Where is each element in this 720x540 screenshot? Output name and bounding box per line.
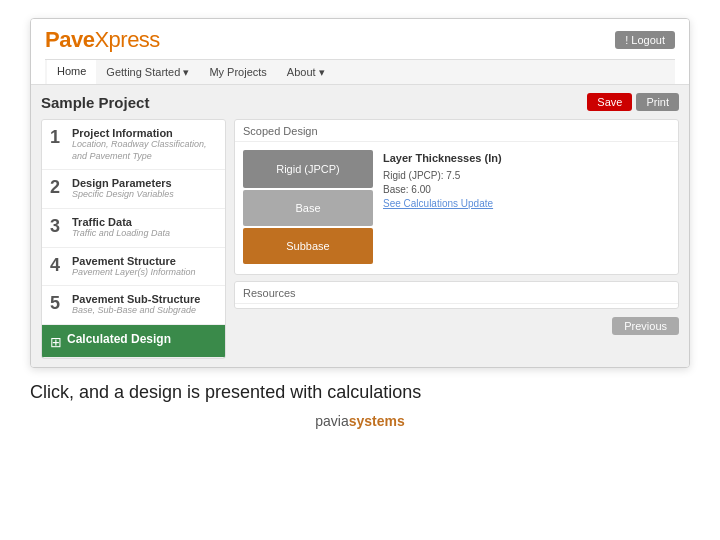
item-text-6: Calculated Design <box>67 332 217 346</box>
thickness-row-1: Rigid (JPCP): 7.5 <box>383 170 670 181</box>
item-text-4: Pavement Structure Pavement Layer(s) Inf… <box>72 255 217 279</box>
item-sub-1: Location, Roadway Classification, and Pa… <box>72 139 217 162</box>
project-bar: Sample Project Save Print <box>41 93 679 111</box>
app-nav: Home Getting Started ▾ My Projects About… <box>45 59 675 84</box>
print-button[interactable]: Print <box>636 93 679 111</box>
layer-subbase-label: Subbase <box>286 240 329 252</box>
item-title-5: Pavement Sub-Structure <box>72 293 217 305</box>
step-num-3: 3 <box>50 217 72 235</box>
step-num-2: 2 <box>50 178 72 196</box>
sidebar: 1 Project Information Location, Roadway … <box>41 119 226 359</box>
item-sub-5: Base, Sub-Base and Subgrade <box>72 305 217 317</box>
caption-text: Click, and a design is presented with ca… <box>30 382 690 403</box>
nav-home[interactable]: Home <box>47 60 96 84</box>
logo-pave: Pave <box>45 27 94 52</box>
project-title: Sample Project <box>41 94 149 111</box>
nav-getting-started[interactable]: Getting Started ▾ <box>96 61 199 84</box>
layer-rigid: Rigid (JPCP) <box>243 150 373 188</box>
step-num-4: 4 <box>50 256 72 274</box>
item-title-4: Pavement Structure <box>72 255 217 267</box>
resources-label: Resources <box>235 282 678 304</box>
resources-box: Resources <box>234 281 679 309</box>
pavement-diagram: Rigid (JPCP) Base Subbase <box>243 150 373 266</box>
save-button[interactable]: Save <box>587 93 632 111</box>
login-button[interactable]: ! Logout <box>615 31 675 49</box>
item-text-1: Project Information Location, Roadway Cl… <box>72 127 217 162</box>
sidebar-item-project-info[interactable]: 1 Project Information Location, Roadway … <box>42 120 225 170</box>
thickness-title: Layer Thicknesses (In) <box>383 152 670 164</box>
sidebar-item-pavement-structure[interactable]: 4 Pavement Structure Pavement Layer(s) I… <box>42 248 225 287</box>
footer-pavia: pavia <box>315 413 348 429</box>
step-num-1: 1 <box>50 128 72 146</box>
item-title-6: Calculated Design <box>67 332 217 346</box>
sidebar-item-calculated-design[interactable]: ⊞ Calculated Design <box>42 325 225 358</box>
layer-base-label: Base <box>295 202 320 214</box>
sidebar-item-design-params[interactable]: 2 Design Parameters Specific Design Vari… <box>42 170 225 209</box>
app-body: Sample Project Save Print 1 Project Info… <box>31 85 689 367</box>
right-panel: Scoped Design Rigid (JPCP) Base <box>234 119 679 359</box>
app-header: PaveXpress ! Logout Home Getting Started… <box>31 19 689 85</box>
item-sub-2: Specific Design Variables <box>72 189 217 201</box>
layer-rigid-label: Rigid (JPCP) <box>276 163 340 175</box>
app-logo: PaveXpress <box>45 27 160 53</box>
previous-button[interactable]: Previous <box>612 317 679 335</box>
sidebar-item-traffic-data[interactable]: 3 Traffic Data Traffic and Loading Data <box>42 209 225 248</box>
sidebar-item-sub-structure[interactable]: 5 Pavement Sub-Structure Base, Sub-Base … <box>42 286 225 325</box>
app-content: 1 Project Information Location, Roadway … <box>41 119 679 359</box>
scoped-design-box: Scoped Design Rigid (JPCP) Base <box>234 119 679 275</box>
layer-info: Layer Thicknesses (In) Rigid (JPCP): 7.5… <box>383 150 670 266</box>
layer-subbase: Subbase <box>243 228 373 264</box>
scoped-design-content: Rigid (JPCP) Base Subbase <box>235 142 678 274</box>
item-text-2: Design Parameters Specific Design Variab… <box>72 177 217 201</box>
step-num-5: 5 <box>50 294 72 312</box>
item-sub-4: Pavement Layer(s) Information <box>72 267 217 279</box>
grid-icon: ⊞ <box>50 334 62 350</box>
logo-xpress: Xpress <box>94 27 159 52</box>
slide: PaveXpress ! Logout Home Getting Started… <box>0 0 720 540</box>
bottom-bar: Previous <box>234 317 679 335</box>
thickness-row-2: Base: 6.00 <box>383 184 670 195</box>
item-text-5: Pavement Sub-Structure Base, Sub-Base an… <box>72 293 217 317</box>
nav-my-projects[interactable]: My Projects <box>199 61 276 83</box>
item-sub-3: Traffic and Loading Data <box>72 228 217 240</box>
footer: paviasystems <box>315 413 405 429</box>
scoped-design-label: Scoped Design <box>235 120 678 142</box>
item-text-3: Traffic Data Traffic and Loading Data <box>72 216 217 240</box>
nav-about[interactable]: About ▾ <box>277 61 335 84</box>
item-title-2: Design Parameters <box>72 177 217 189</box>
app-mockup: PaveXpress ! Logout Home Getting Started… <box>30 18 690 368</box>
item-title-1: Project Information <box>72 127 217 139</box>
app-header-top: PaveXpress ! Logout <box>45 27 675 53</box>
footer-systems: systems <box>349 413 405 429</box>
item-title-3: Traffic Data <box>72 216 217 228</box>
calculations-link[interactable]: See Calculations Update <box>383 198 670 209</box>
layer-base: Base <box>243 190 373 226</box>
bar-buttons: Save Print <box>587 93 679 111</box>
